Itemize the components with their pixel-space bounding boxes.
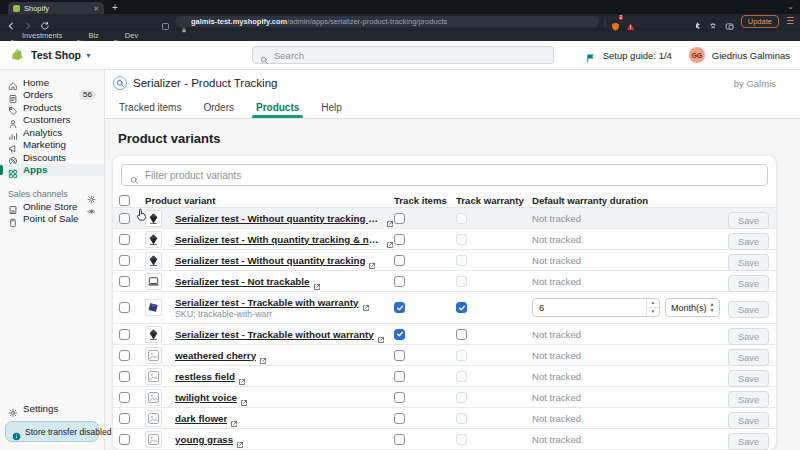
- filter-input[interactable]: [145, 170, 759, 181]
- back-icon[interactable]: [6, 17, 16, 27]
- sidebar-item-settings[interactable]: Settings: [0, 403, 104, 416]
- user-name[interactable]: Giedrius Galminas: [712, 50, 790, 61]
- product-variant-link[interactable]: Serializer test - Not trackable: [175, 276, 310, 287]
- sidebar-item-apps[interactable]: Apps: [0, 164, 104, 177]
- downloads-icon[interactable]: [725, 17, 734, 26]
- row-select-checkbox[interactable]: [119, 392, 130, 403]
- apps-icon: [8, 165, 18, 175]
- product-variant-link[interactable]: Serializer test - With quantity tracking…: [175, 234, 383, 245]
- sidebar-item-marketing[interactable]: Marketing: [0, 139, 104, 152]
- select-all-checkbox[interactable]: [119, 195, 130, 206]
- url-bar[interactable]: galmis-test.myshopify.com/admin/apps/ser…: [175, 16, 599, 27]
- browser-update-button[interactable]: Update: [741, 15, 779, 28]
- save-button[interactable]: Save: [728, 301, 769, 318]
- save-button[interactable]: Save: [728, 233, 769, 250]
- sidebar-item-point-of-sale[interactable]: Point of Sale: [0, 213, 104, 226]
- track-warranty-checkbox[interactable]: [456, 329, 467, 340]
- track-items-checkbox[interactable]: [394, 413, 405, 424]
- sidebar-item-analytics[interactable]: Analytics: [0, 126, 104, 139]
- track-items-checkbox[interactable]: [394, 302, 405, 313]
- row-select-checkbox[interactable]: [119, 213, 130, 224]
- bookmark-investments[interactable]: Investments: [10, 31, 62, 40]
- tab-close-icon[interactable]: ✕: [93, 5, 99, 12]
- product-variant-link[interactable]: dark flower: [175, 413, 227, 424]
- track-items-checkbox[interactable]: [394, 392, 405, 403]
- shop-name[interactable]: Test Shop: [31, 49, 81, 61]
- row-select-checkbox[interactable]: [119, 276, 130, 287]
- number-stepper[interactable]: ▲▼: [646, 299, 659, 316]
- product-variant-link[interactable]: Serializer test - Trackable without warr…: [175, 329, 374, 340]
- stepper-down-icon[interactable]: ▼: [647, 307, 659, 316]
- track-items-checkbox[interactable]: [394, 213, 405, 224]
- reload-icon[interactable]: [40, 17, 50, 27]
- new-tab-button[interactable]: +: [112, 2, 118, 14]
- row-select-checkbox[interactable]: [119, 371, 130, 382]
- translate-icon[interactable]: [709, 17, 718, 26]
- tab-help[interactable]: Help: [321, 96, 342, 118]
- save-button[interactable]: Save: [728, 212, 769, 229]
- row-select-checkbox[interactable]: [119, 434, 130, 445]
- extension-icon-warning[interactable]: [626, 17, 635, 26]
- save-button[interactable]: Save: [728, 412, 769, 429]
- track-items-checkbox[interactable]: [394, 329, 405, 340]
- shop-caret-icon[interactable]: ▼: [85, 52, 92, 59]
- bookmark-dev[interactable]: Dev: [113, 31, 138, 40]
- bookmark-biz[interactable]: Biz: [76, 31, 98, 40]
- warranty-duration-input[interactable]: 6▲▼: [532, 298, 660, 317]
- track-items-checkbox[interactable]: [394, 234, 405, 245]
- sidebar-item-online-store[interactable]: Online Store: [0, 200, 104, 213]
- row-select-checkbox[interactable]: [119, 302, 130, 313]
- sidebar-item-customers[interactable]: Customers: [0, 114, 104, 127]
- warranty-unit-select[interactable]: Month(s)▲▼: [665, 298, 720, 317]
- tab-search-icon[interactable]: [161, 17, 170, 26]
- admin-search-bar[interactable]: [252, 46, 554, 64]
- row-select-checkbox[interactable]: [119, 350, 130, 361]
- sidebar-item-discounts[interactable]: Discounts: [0, 151, 104, 164]
- track-items-checkbox[interactable]: [394, 350, 405, 361]
- row-select-checkbox[interactable]: [119, 255, 130, 266]
- track-items-checkbox[interactable]: [394, 371, 405, 382]
- product-variant-link[interactable]: twilight voice: [175, 392, 237, 403]
- extension-icon-orange[interactable]: 2: [611, 17, 620, 26]
- save-button[interactable]: Save: [728, 328, 769, 345]
- product-variant-link[interactable]: young grass: [175, 434, 233, 445]
- browser-tab[interactable]: Shopify ✕: [8, 2, 104, 14]
- tab-tracked-items[interactable]: Tracked items: [119, 96, 181, 118]
- save-button[interactable]: Save: [728, 254, 769, 271]
- tab-orders[interactable]: Orders: [203, 96, 234, 118]
- row-select-checkbox[interactable]: [119, 234, 130, 245]
- stepper-up-icon[interactable]: ▲: [647, 299, 659, 307]
- window-chevron-icon[interactable]: ⌄: [787, 2, 794, 11]
- track-warranty-checkbox[interactable]: [456, 302, 467, 313]
- product-variant-link[interactable]: restless field: [175, 371, 235, 382]
- filter-input-wrap[interactable]: [121, 164, 768, 186]
- tab-products[interactable]: Products: [256, 96, 299, 118]
- save-button[interactable]: Save: [728, 391, 769, 408]
- sidebar-item-orders[interactable]: Orders56: [0, 89, 104, 102]
- sales-channels-gear-icon[interactable]: [87, 190, 96, 199]
- admin-search-input[interactable]: [274, 50, 546, 61]
- product-variant-link[interactable]: Serializer test - Without quantity track…: [175, 213, 383, 224]
- extensions-puzzle-icon[interactable]: [693, 17, 702, 26]
- track-items-checkbox[interactable]: [394, 255, 405, 266]
- track-items-checkbox[interactable]: [394, 276, 405, 287]
- store-transfer-badge[interactable]: Store transfer disabled: [5, 421, 99, 442]
- sidebar-item-products[interactable]: Products: [0, 101, 104, 114]
- save-button[interactable]: Save: [728, 275, 769, 292]
- row-select-checkbox[interactable]: [119, 329, 130, 340]
- eye-icon[interactable]: [87, 202, 96, 211]
- save-button[interactable]: Save: [728, 433, 769, 450]
- product-variant-link[interactable]: Serializer test - Trackable with warrant…: [175, 297, 359, 308]
- sidebar-item-home[interactable]: Home: [0, 76, 104, 89]
- not-tracked-label: Not tracked: [532, 434, 581, 445]
- track-items-checkbox[interactable]: [394, 434, 405, 445]
- save-button[interactable]: Save: [728, 370, 769, 387]
- product-variant-link[interactable]: Serializer test - Without quantity track…: [175, 255, 365, 266]
- user-avatar[interactable]: GG: [689, 47, 705, 63]
- row-select-checkbox[interactable]: [119, 413, 130, 424]
- browser-menu-icon[interactable]: ☰: [786, 17, 794, 26]
- setup-guide-label[interactable]: Setup guide: 1/4: [603, 50, 672, 61]
- save-button[interactable]: Save: [728, 349, 769, 366]
- product-variant-link[interactable]: weathered cherry: [175, 350, 256, 361]
- forward-icon[interactable]: [23, 17, 33, 27]
